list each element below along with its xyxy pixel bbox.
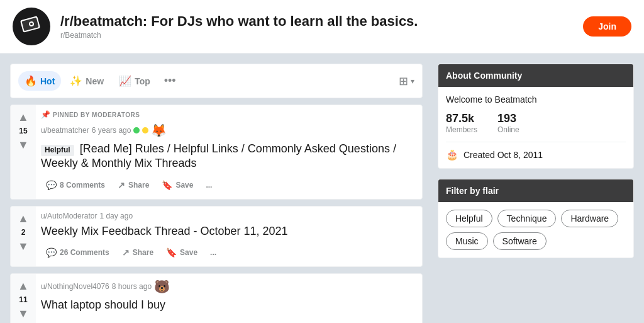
online-label: Online: [497, 125, 519, 134]
post-author-meta-3: u/NothingNovel4076 8 hours ago 🐻: [41, 279, 417, 294]
upvote-button-2[interactable]: ▲: [16, 212, 30, 225]
post-content-2: u/AutoModerator 1 day ago Weekly Mix Fee…: [36, 207, 422, 266]
about-community-body: Welcome to Beatmatch 87.5k Members 193 O…: [438, 87, 633, 168]
post-title-3[interactable]: What laptop should I buy: [41, 298, 417, 312]
sort-hot-label: Hot: [40, 76, 55, 86]
post-time-2: 1 day ago: [99, 212, 133, 220]
comments-label-pinned: 8 Comments: [60, 181, 105, 190]
post-card-3: ▲ 11 ▼ u/NothingNovel4076 8 hours ago 🐻 …: [10, 273, 423, 323]
members-stat: 87.5k Members: [446, 112, 477, 134]
more-label-pinned: ...: [206, 181, 212, 190]
save-icon-2: 🔖: [166, 247, 177, 258]
pinned-label: PINNED BY MODERATORS: [53, 111, 140, 118]
community-stats: 87.5k Members 193 Online: [446, 112, 626, 134]
comments-label-2: 26 Comments: [60, 248, 109, 257]
downvote-button-3[interactable]: ▼: [16, 307, 30, 320]
post-author-meta-2: u/AutoModerator 1 day ago: [41, 212, 417, 220]
dot-yellow-icon: [142, 127, 148, 133]
post-author-2: u/AutoModerator: [41, 212, 97, 220]
filter-flair-card: Filter by flair Helpful Technique Hardwa…: [438, 179, 634, 258]
post-title-text-pinned: [Read Me] Rules / Helpful Links / Common…: [41, 142, 396, 169]
chart-icon: 📈: [119, 75, 131, 87]
post-title-pinned[interactable]: Helpful [Read Me] Rules / Helpful Links …: [41, 142, 417, 171]
comments-button-pinned[interactable]: 💬 8 Comments: [41, 176, 110, 194]
share-label-2: Share: [133, 248, 153, 257]
post-actions-pinned: 💬 8 Comments ↗ Share 🔖 Save ...: [41, 176, 417, 194]
bear-icon: 🐻: [154, 279, 170, 294]
join-button[interactable]: Join: [583, 16, 631, 37]
post-card-pinned: ▲ 15 ▼ 📌 PINNED BY MODERATORS u/beatmatc…: [10, 105, 423, 200]
upvote-button-3[interactable]: ▲: [16, 279, 30, 293]
feed-column: 🔥 Hot ✨ New 📈 Top ••• ⊞ ▾ ▲ 15 ▼: [10, 64, 423, 323]
save-button-2[interactable]: 🔖 Save: [161, 244, 203, 261]
post-actions-2: 💬 26 Comments ↗ Share 🔖 Save ...: [41, 244, 417, 261]
vote-column-2: ▲ 2 ▼: [11, 207, 36, 266]
cake-icon: 🎂: [446, 149, 458, 161]
view-toggle-button[interactable]: ⊞ ▾: [399, 74, 414, 88]
share-button-pinned[interactable]: ↗ Share: [113, 176, 154, 194]
community-sub: r/Beatmatch: [60, 31, 573, 40]
save-button-pinned[interactable]: 🔖 Save: [157, 176, 198, 194]
vote-count-3: 11: [19, 295, 27, 304]
flair-tag-hardware[interactable]: Hardware: [561, 210, 618, 227]
flair-tag-software[interactable]: Software: [493, 232, 547, 250]
post-time-pinned: 6 years ago: [92, 126, 131, 135]
filter-flair-body: Helpful Technique Hardware Music Softwar…: [438, 202, 633, 258]
chevron-down-icon: ▾: [411, 77, 414, 86]
more-button-2[interactable]: ...: [205, 244, 221, 261]
sparkle-icon: ✨: [70, 75, 82, 87]
sidebar: About Community Welcome to Beatmatch 87.…: [438, 64, 634, 268]
post-title-2[interactable]: Weekly Mix Feedback Thread - October 11,…: [41, 224, 417, 239]
community-created: 🎂 Created Oct 8, 2011: [446, 142, 626, 161]
sort-top-button[interactable]: 📈 Top: [113, 71, 157, 91]
post-author-meta-pinned: u/beatmatcher 6 years ago 🦊: [41, 123, 417, 138]
share-icon-2: ↗: [122, 247, 130, 258]
sort-more-button[interactable]: •••: [159, 71, 181, 91]
members-label: Members: [446, 125, 477, 134]
flame-icon: 🔥: [25, 75, 37, 87]
created-label: Created Oct 8, 2011: [464, 150, 543, 160]
downvote-button-2[interactable]: ▼: [16, 239, 30, 253]
avatar-icon: 🦊: [151, 123, 167, 138]
downvote-button-pinned[interactable]: ▼: [16, 138, 30, 152]
share-button-2[interactable]: ↗ Share: [117, 244, 158, 261]
save-label-pinned: Save: [175, 181, 193, 190]
comment-icon-2: 💬: [46, 247, 57, 258]
community-welcome: Welcome to Beatmatch: [446, 94, 626, 105]
more-label-2: ...: [210, 248, 216, 257]
post-author-3: u/NothingNovel4076: [41, 282, 109, 291]
comment-icon: 💬: [46, 180, 57, 190]
about-community-card: About Community Welcome to Beatmatch 87.…: [438, 64, 634, 169]
community-title: /r/beatmatch: For DJs who want to learn …: [60, 13, 573, 30]
post-meta-pinned: 📌 PINNED BY MODERATORS: [41, 110, 417, 119]
sort-new-button[interactable]: ✨ New: [64, 71, 110, 91]
main-container: 🔥 Hot ✨ New 📈 Top ••• ⊞ ▾ ▲ 15 ▼: [0, 54, 644, 323]
share-icon: ↗: [118, 180, 125, 190]
sort-top-label: Top: [135, 76, 150, 86]
post-time-3: 8 hours ago: [112, 282, 152, 291]
post-card-2: ▲ 2 ▼ u/AutoModerator 1 day ago Weekly M…: [10, 206, 423, 267]
members-value: 87.5k: [446, 112, 477, 125]
post-content-3: u/NothingNovel4076 8 hours ago 🐻 What la…: [36, 274, 422, 323]
share-label-pinned: Share: [128, 181, 149, 190]
comments-button-2[interactable]: 💬 26 Comments: [41, 244, 114, 261]
flair-tag-music[interactable]: Music: [446, 232, 488, 250]
save-icon: 🔖: [162, 180, 172, 190]
more-button-pinned[interactable]: ...: [201, 177, 217, 193]
page-header: /r/beatmatch: For DJs who want to learn …: [0, 0, 644, 54]
vote-count-2: 2: [21, 228, 26, 237]
post-content-pinned: 📌 PINNED BY MODERATORS u/beatmatcher 6 y…: [36, 105, 422, 199]
sort-new-label: New: [86, 76, 104, 86]
filter-flair-header: Filter by flair: [438, 179, 633, 202]
online-stat: 193 Online: [497, 112, 519, 134]
flair-tag-helpful[interactable]: Helpful: [446, 210, 492, 227]
vote-column-pinned: ▲ 15 ▼: [11, 105, 36, 199]
sort-hot-button[interactable]: 🔥 Hot: [18, 71, 61, 91]
post-author-pinned: u/beatmatcher: [41, 126, 89, 135]
vote-column-3: ▲ 11 ▼: [11, 274, 36, 323]
view-icon: ⊞: [399, 74, 408, 88]
header-text-block: /r/beatmatch: For DJs who want to learn …: [60, 13, 573, 40]
flair-tag-technique[interactable]: Technique: [497, 210, 557, 227]
upvote-button-pinned[interactable]: ▲: [16, 110, 30, 124]
subreddit-logo: [13, 8, 50, 45]
